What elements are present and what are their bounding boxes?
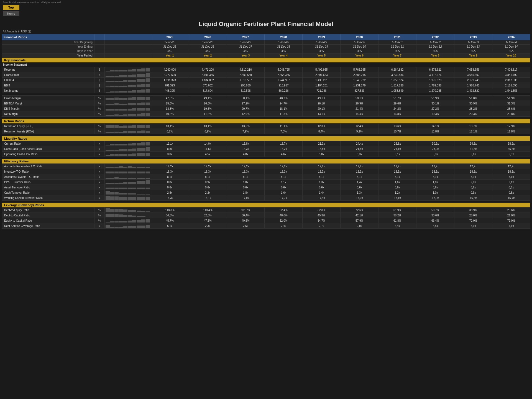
data-value: 18,7x [265,141,303,146]
data-value: 0,6x [151,185,189,190]
data-value: 3,5x [416,223,454,229]
year-header-2032: 2032 [416,34,454,40]
data-value: 2.196.385 [189,72,227,78]
data-value: 20,8% [492,111,530,117]
data-value: 3,4x [378,223,416,229]
data-value: 12,9% [227,111,265,117]
data-value: 10,5% [151,111,189,117]
data-value: 3.841.792 [492,72,530,78]
data-value: 1,8x [227,190,265,195]
data-value: 57,9% [341,218,378,223]
data-value: 2.886.215 [341,72,378,78]
data-value: 26,6% [492,208,530,213]
meta-value: 365 [303,49,341,53]
data-value: 6,9% [189,129,227,134]
data-value: 1,0x [416,190,454,195]
meta-value: 365 [189,49,227,53]
data-value: 11,3% [265,111,303,117]
meta-value: 365 [227,49,265,53]
data-value: 3.412.376 [416,72,454,78]
data-value: 873.602 [189,83,227,88]
data-value: 27,2% [227,101,265,106]
data-value: 12,2x [227,164,265,169]
data-value: 1,2x [378,190,416,195]
row-unit: x [94,185,104,190]
table-row: Asset Turnover Ratiox0,6x0,6x0,6x0,6x0,6… [2,185,530,190]
data-value: 1,6x [265,190,303,195]
row-unit: x [94,174,104,180]
data-value: 34,5x [454,141,492,146]
data-value: 12,2x [189,164,227,169]
row-unit: x [94,195,104,201]
data-value: 12,1% [454,129,492,134]
row-unit: x [94,190,104,195]
data-value: 12,2x [416,164,454,169]
meta-value: 1-Jan-29 [303,40,341,45]
data-value: 20,7% [227,106,265,111]
row-unit: x [94,164,104,169]
data-value: 6,2% [151,129,189,134]
table-row: Return on Assets (ROA)%6,2%6,9%7,9%7,0%8… [2,129,530,134]
data-value: 24,2% [378,106,416,111]
data-value: 3,9x [454,223,492,229]
data-value: 28,2% [454,106,492,111]
meta-value: 31-Dec-33 [454,45,492,49]
table-row: Equity-to-Capital Ratio%45,7%47,5%49,6%5… [2,218,530,223]
row-unit: % [94,111,104,117]
sparkline-cell [104,169,151,174]
data-value: 51,8% [454,96,492,101]
top-button[interactable]: Top [3,5,19,10]
row-label: Accounts Payable T.O. Ratio [2,174,94,180]
row-unit: x [94,152,104,157]
data-value: 101,7% [227,208,265,213]
section-header-row: Key Financials [2,58,530,63]
data-value: 66,4% [416,218,454,223]
meta-value: 365 [378,49,416,53]
data-value: 51,9% [416,96,454,101]
sparkline-cell [104,78,151,83]
data-value: 26,5% [189,101,227,106]
data-value: 47,5% [189,218,227,223]
table-row: Net Income$448.395517.604619.598569.2267… [2,88,530,93]
row-unit: % [94,129,104,134]
spacer-row [2,229,530,231]
data-value: 17,3x [341,195,378,201]
data-value: 11,8% [492,129,530,134]
data-value: 7,0% [265,129,303,134]
page-title: Liquid Organic Fertiliser Plant Financia… [0,17,532,29]
meta-row: Days in Year3653653653663653653653663653… [2,49,530,53]
header-row: Financial Ratios 2025 2026 2027 2028 202… [2,34,530,40]
data-value: 14,3x [227,146,265,152]
row-label: Debt-to-Equity Ratio [2,208,94,213]
data-value: 1.244.957 [265,78,303,83]
data-value: 2,0x [454,180,492,185]
data-value: 48,0% [265,213,303,218]
meta-value: Year 5 [303,53,341,58]
home-button[interactable]: Home [3,11,19,16]
data-value: 16,8% [378,111,416,117]
data-value: 110,4% [189,208,227,213]
row-label: Debt-to-Capital Ratio [2,213,94,218]
data-value: 54,3% [151,213,189,218]
section-header-cell: Financial Ratios [2,34,94,40]
data-value: 49,6% [227,218,265,223]
data-value: 118,8% [151,208,189,213]
sparkline-cell [104,152,151,157]
data-value: 8,1x [189,174,227,180]
data-value: 0,6x [454,185,492,190]
currency-note: All Amounts in USD ($) [0,29,532,34]
data-value: 8,8x [151,146,189,152]
data-value: 1.053.849 [378,88,416,93]
row-unit: $ [94,88,104,93]
unit-header [94,34,104,40]
data-value: 17,9x [227,195,265,201]
data-value: 26,8x [378,141,416,146]
table-row: Debt-to-Equity Ratio%118,8%110,4%101,7%9… [2,208,530,213]
meta-value: 365 [454,49,492,53]
data-value: 2,5x [227,223,265,229]
data-value: 20,1% [303,106,341,111]
data-value: 781.323 [151,83,189,88]
data-value: 1,3x [303,180,341,185]
data-value: 50,4% [227,213,265,218]
data-value: 2,3x [189,223,227,229]
